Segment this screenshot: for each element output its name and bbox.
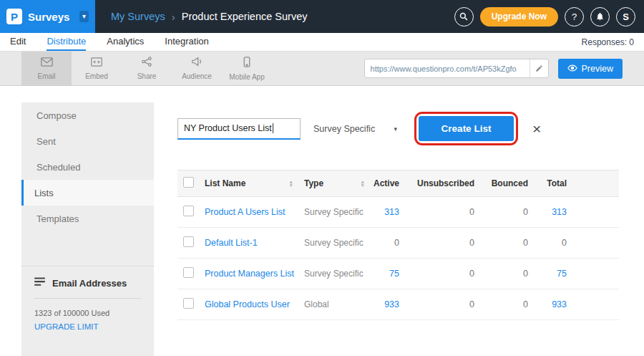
create-list-button[interactable]: Create List (419, 116, 514, 141)
toolbar-item-label: Mobile App (229, 73, 264, 81)
sidebar-item-templates[interactable]: Templates (21, 206, 154, 231)
tab-edit[interactable]: Edit (10, 33, 26, 51)
bounced-count: 0 (474, 269, 528, 279)
notifications-bell-icon[interactable] (590, 7, 610, 27)
total-count[interactable]: 0 (528, 238, 567, 248)
unsubscribed-count: 0 (399, 269, 474, 279)
chevron-down-icon[interactable]: ▾ (79, 11, 89, 22)
toolbar-item-label: Embed (85, 72, 108, 80)
sort-icon[interactable]: ▲▼ (289, 180, 293, 187)
sidebar-item-lists[interactable]: Lists (21, 180, 154, 206)
column-label: Type (304, 178, 323, 188)
create-list-form: NY Product Users List Survey Specific ▾ … (177, 116, 623, 141)
active-count[interactable]: 75 (371, 269, 399, 279)
list-name-input[interactable]: NY Product Users List (177, 118, 301, 140)
list-type-selected: Survey Specific (313, 124, 375, 134)
column-header-type[interactable]: Type ▲▼ (299, 178, 371, 188)
product-name: Surveys (28, 11, 69, 23)
search-icon[interactable] (454, 7, 474, 27)
list-type-dropdown[interactable]: Survey Specific ▾ (313, 124, 397, 134)
list-name-link[interactable]: Default List-1 (205, 238, 299, 248)
distribute-toolbar: Email Embed Share Audience Mobile App ht… (0, 52, 644, 86)
toolbar-item-audience[interactable]: Audience (172, 52, 222, 85)
bounced-count: 0 (474, 207, 528, 217)
active-count[interactable]: 313 (371, 207, 399, 217)
unsubscribed-count: 0 (399, 238, 474, 248)
create-list-button-wrap: Create List (419, 116, 514, 141)
list-name-value: NY Product Users List (184, 123, 272, 133)
column-header-list-name[interactable]: List Name ▲▼ (205, 178, 299, 188)
breadcrumb-separator: › (172, 11, 175, 23)
column-header-bounced: Bounced (474, 178, 528, 188)
email-addresses-header: Email Addresses (34, 277, 141, 299)
toolbar-item-label: Audience (182, 72, 212, 80)
responses-count[interactable]: Responses: 0 (582, 37, 634, 47)
list-name-link[interactable]: Global Products User (205, 299, 299, 309)
app-window: P Surveys ▾ My Surveys › Product Experie… (0, 0, 644, 356)
product-switcher[interactable]: P Surveys ▾ (0, 0, 95, 33)
list-name-link[interactable]: Product Managers List (205, 269, 299, 279)
toolbar-item-email[interactable]: Email (21, 52, 72, 85)
preview-button[interactable]: Preview (558, 59, 623, 79)
sidebar-item-compose[interactable]: Compose (21, 102, 154, 128)
toolbar-item-share[interactable]: Share (122, 52, 172, 85)
upgrade-limit-link[interactable]: UPGRADE LIMIT (34, 322, 141, 331)
toolbar-item-mobile-app[interactable]: Mobile App (222, 52, 272, 85)
row-checkbox[interactable] (183, 206, 194, 216)
survey-url-text[interactable]: https://www.questionpro.com/t/AP53kZgfo (365, 64, 530, 73)
tab-analytics[interactable]: Analytics (107, 33, 144, 51)
embed-icon (91, 57, 102, 69)
table-row: Product A Users List Survey Specific 313… (177, 197, 619, 228)
active-count[interactable]: 0 (371, 238, 399, 248)
list-type-value: Global (299, 299, 371, 309)
row-checkbox[interactable] (183, 298, 194, 309)
help-icon[interactable]: ? (565, 7, 584, 27)
breadcrumb: My Surveys › Product Experience Survey (111, 11, 307, 23)
unsubscribed-count: 0 (399, 207, 474, 217)
table-row: Global Products User Global 933 0 0 933 (177, 289, 619, 320)
breadcrumb-my-surveys[interactable]: My Surveys (111, 11, 165, 22)
total-count[interactable]: 933 (528, 299, 567, 309)
sidebar-item-sent[interactable]: Sent (21, 128, 154, 154)
column-header-unsubscribed: Unsubscribed (399, 178, 474, 188)
share-icon (142, 57, 152, 69)
pencil-icon[interactable] (530, 59, 548, 77)
survey-url-field[interactable]: https://www.questionpro.com/t/AP53kZgfo (364, 59, 549, 78)
column-header-active: Active (371, 178, 399, 188)
text-cursor (273, 123, 273, 133)
row-checkbox[interactable] (183, 267, 194, 278)
active-count[interactable]: 933 (371, 299, 399, 309)
list-name-link[interactable]: Product A Users List (205, 207, 299, 217)
row-checkbox[interactable] (183, 236, 194, 247)
content-area: Compose Sent Scheduled Lists Templates E… (0, 86, 644, 356)
row-checkbox-cell (177, 298, 205, 311)
toolbar-item-label: Share (137, 72, 157, 80)
table-row: Product Managers List Survey Specific 75… (177, 259, 619, 289)
column-header-total: Total (528, 178, 567, 188)
total-count[interactable]: 75 (528, 269, 567, 279)
chevron-down-icon: ▾ (394, 125, 397, 133)
row-checkbox-cell (177, 206, 205, 218)
column-label: List Name (205, 178, 245, 188)
sidebar-item-scheduled[interactable]: Scheduled (21, 154, 154, 180)
close-icon[interactable]: × (532, 121, 541, 136)
tab-distribute[interactable]: Distribute (47, 33, 86, 51)
lists-table: List Name ▲▼ Type ▲▼ Active Unsubscribed… (177, 170, 619, 320)
tab-integration[interactable]: Integration (165, 33, 208, 51)
upgrade-now-button[interactable]: Upgrade Now (480, 7, 558, 27)
header-checkbox-cell (177, 177, 205, 190)
lists-panel: NY Product Users List Survey Specific ▾ … (154, 102, 623, 356)
top-header: P Surveys ▾ My Surveys › Product Experie… (0, 0, 644, 33)
sort-icon[interactable]: ▲▼ (361, 180, 365, 187)
unsubscribed-count: 0 (399, 299, 474, 309)
select-all-checkbox[interactable] (183, 177, 194, 188)
user-avatar[interactable]: S (616, 7, 635, 27)
total-count[interactable]: 313 (528, 207, 567, 217)
list-type-value: Survey Specific (299, 238, 371, 248)
page-title: Product Experience Survey (182, 11, 308, 22)
bounced-count: 0 (474, 299, 528, 309)
toolbar-item-embed[interactable]: Embed (72, 52, 122, 85)
row-checkbox-cell (177, 236, 205, 249)
toolbar-item-label: Email (37, 72, 55, 80)
email-usage-count: 1323 of 100000 Used (34, 309, 141, 317)
